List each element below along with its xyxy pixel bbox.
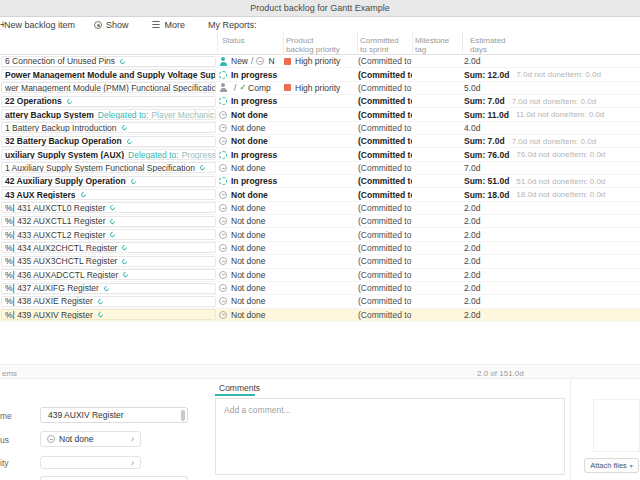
estimated-cell[interactable]: 2.0d: [464, 309, 639, 321]
milestone-cell[interactable]: [413, 228, 462, 240]
table-row[interactable]: 6 Connection of Unused PinsNew/NHigh pri…: [0, 55, 640, 68]
backlog-item-name[interactable]: attery Backup SystemDelegated to:Player …: [1, 109, 216, 120]
status-cell[interactable]: Not done: [219, 188, 283, 200]
milestone-cell[interactable]: [413, 202, 462, 214]
priority-cell[interactable]: [284, 228, 357, 240]
estimated-cell[interactable]: Sum: 11.0d11.0d not doneItem: 0.0d: [464, 108, 639, 120]
status-cell[interactable]: Not done: [219, 202, 283, 214]
table-row[interactable]: uxiliary Supply System (AUX)Delegated to…: [0, 148, 640, 161]
committed-cell[interactable]: (Committed to pla: [358, 108, 412, 120]
comment-input[interactable]: Add a comment...: [215, 398, 565, 475]
priority-cell[interactable]: [284, 108, 357, 120]
table-row[interactable]: %| 433 AUXCTL2 RegisterNot done(Committe…: [0, 228, 640, 241]
status-cell[interactable]: Not done: [219, 309, 283, 321]
table-row[interactable]: Power Management Module and Supply Volta…: [0, 68, 640, 81]
table-row[interactable]: 1 Battery Backup IntroductionNot done(Co…: [0, 122, 640, 135]
estimated-cell[interactable]: 4.0d: [464, 122, 639, 134]
priority-cell[interactable]: High priority: [284, 82, 357, 94]
table-row[interactable]: %| 434 AUX2CHCTL RegisterNot done(Commit…: [0, 242, 640, 255]
backlog-item-name[interactable]: %| 439 AUXIV Register: [1, 309, 216, 320]
status-cell[interactable]: Not done: [219, 228, 283, 240]
backlog-item-name[interactable]: 43 AUX Registers: [1, 189, 216, 200]
backlog-item-name[interactable]: %| 434 AUX2CHCTL Register: [1, 242, 216, 253]
estimated-cell[interactable]: 2.0d: [464, 242, 639, 254]
backlog-item-name[interactable]: 42 Auxiliary Supply Operation: [1, 176, 216, 187]
committed-cell[interactable]: (Committed to pla: [358, 175, 412, 187]
committed-cell[interactable]: (Committed to pla: [358, 148, 412, 160]
estimated-cell[interactable]: 7.0d: [464, 162, 639, 174]
milestone-cell[interactable]: [413, 242, 462, 254]
committed-cell[interactable]: (Committed to pla: [358, 242, 412, 254]
priority-cell[interactable]: [284, 215, 357, 227]
priority-cell[interactable]: [284, 242, 357, 254]
status-cell[interactable]: Not done: [219, 295, 283, 307]
backlog-item-name[interactable]: %| 433 AUXCTL2 Register: [1, 229, 216, 240]
estimated-cell[interactable]: 2.0d: [464, 55, 639, 67]
table-row[interactable]: %| 436 AUXADCCTL RegisterNot done(Commit…: [0, 269, 640, 282]
milestone-cell[interactable]: [413, 162, 462, 174]
milestone-cell[interactable]: [413, 188, 462, 200]
priority-cell[interactable]: [284, 269, 357, 281]
committed-cell[interactable]: (Committed to pla: [358, 68, 412, 80]
committed-cell[interactable]: (Committed to pla: [358, 255, 412, 267]
milestone-cell[interactable]: [413, 95, 462, 107]
milestone-cell[interactable]: [413, 282, 462, 294]
committed-cell[interactable]: (Committed to pla: [358, 188, 412, 200]
estimated-cell[interactable]: Sum: 7.0d7.0d not doneItem: 0.0d: [464, 95, 639, 107]
backlog-item-name[interactable]: wer Management Module (PMM) Functional S…: [1, 82, 216, 93]
estimated-cell[interactable]: Sum: 7.0d7.0d not doneItem: 0.0d: [464, 135, 639, 147]
committed-cell[interactable]: (Committed to pla: [358, 82, 412, 94]
estimated-cell[interactable]: 2.0d: [464, 295, 639, 307]
committed-cell[interactable]: (Committed to pla: [358, 122, 412, 134]
estimated-cell[interactable]: Sum: 18.0d18.0d not doneItem: 0.0d: [464, 188, 639, 200]
table-row[interactable]: attery Backup SystemDelegated to:Player …: [0, 108, 640, 121]
priority-cell[interactable]: [284, 148, 357, 160]
priority-cell[interactable]: [284, 255, 357, 267]
table-row[interactable]: %| 439 AUXIV RegisterNot done(Committed …: [0, 309, 640, 322]
status-cell[interactable]: Not done: [219, 108, 283, 120]
estimated-cell[interactable]: 2.0d: [464, 202, 639, 214]
table-row[interactable]: 22 OperationsIn progress(Committed to pl…: [0, 95, 640, 108]
more-button[interactable]: ☰ More: [152, 20, 185, 30]
status-cell[interactable]: Not done: [219, 255, 283, 267]
backlog-item-name[interactable]: 1 Auxiliary Supply System Functional Spe…: [1, 162, 216, 173]
status-cell[interactable]: New/N: [219, 55, 283, 67]
committed-cell[interactable]: (Committed to pla: [358, 95, 412, 107]
table-row[interactable]: 43 AUX RegistersNot done(Committed to pl…: [0, 188, 640, 201]
table-row[interactable]: %| 437 AUXIFG RegisterNot done(Committed…: [0, 282, 640, 295]
backlog-item-name[interactable]: 1 Battery Backup Introduction: [1, 122, 216, 133]
status-cell[interactable]: Not done: [219, 242, 283, 254]
status-cell[interactable]: Not done: [219, 282, 283, 294]
my-reports-label[interactable]: My Reports:: [208, 20, 257, 30]
committed-cell[interactable]: (Committed to pla: [358, 295, 412, 307]
priority-cell[interactable]: [284, 282, 357, 294]
status-cell[interactable]: In progress: [219, 68, 283, 80]
backlog-item-name[interactable]: %| 438 AUXIE Register: [1, 296, 216, 307]
backlog-item-name[interactable]: %| 435 AUX3CHCTL Register: [1, 256, 216, 267]
committed-cell[interactable]: (Committed to pla: [358, 135, 412, 147]
status-cell[interactable]: In progress: [219, 148, 283, 160]
milestone-cell[interactable]: [413, 175, 462, 187]
committed-cell[interactable]: (Committed to pla: [358, 55, 412, 67]
priority-cell[interactable]: [284, 68, 357, 80]
priority-cell[interactable]: [284, 202, 357, 214]
status-cell[interactable]: /✓Comp: [219, 82, 283, 94]
committed-cell[interactable]: (Committed to pla: [358, 282, 412, 294]
table-row[interactable]: %| 438 AUXIE RegisterNot done(Committed …: [0, 295, 640, 308]
milestone-cell[interactable]: [413, 55, 462, 67]
backlog-item-name[interactable]: 6 Connection of Unused Pins: [1, 56, 216, 67]
status-cell[interactable]: Not done: [219, 269, 283, 281]
committed-cell[interactable]: (Committed to pla: [358, 162, 412, 174]
status-cell[interactable]: Not done: [219, 135, 283, 147]
priority-cell[interactable]: [284, 188, 357, 200]
priority-cell[interactable]: [284, 309, 357, 321]
table-row[interactable]: wer Management Module (PMM) Functional S…: [0, 82, 640, 95]
backlog-item-name[interactable]: %| 432 AUXCTL1 Register: [1, 216, 216, 227]
backlog-item-name[interactable]: %| 437 AUXIFG Register: [1, 283, 216, 294]
milestone-cell[interactable]: [413, 68, 462, 80]
milestone-cell[interactable]: [413, 82, 462, 94]
estimated-cell[interactable]: Sum: 12.0d7.0d not doneItem: 0.0d: [464, 68, 639, 80]
table-row[interactable]: %| 431 AUXCTL0 RegisterNot done(Committe…: [0, 202, 640, 215]
priority-cell[interactable]: [284, 122, 357, 134]
priority-cell[interactable]: [284, 162, 357, 174]
